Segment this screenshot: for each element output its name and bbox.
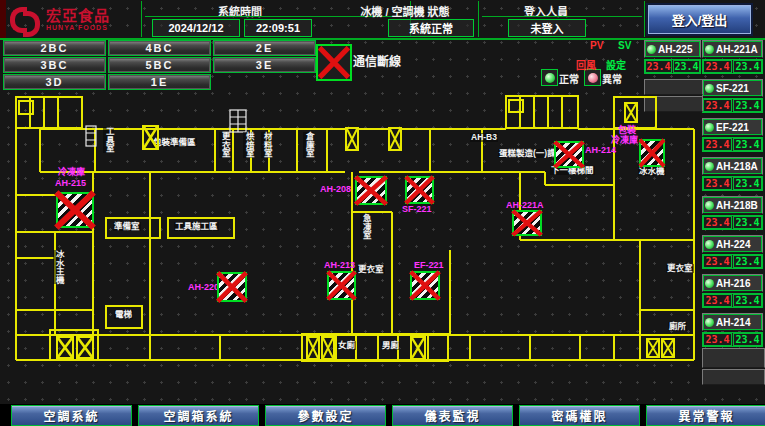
stairwell-icon (142, 125, 159, 150)
divider (482, 16, 642, 17)
room-label: 女廁 (337, 341, 356, 350)
divider (478, 1, 479, 37)
stairwell-icon (661, 338, 675, 358)
system-time-value: 22:09:51 (244, 19, 312, 37)
room-label: 冰水機 (638, 167, 666, 176)
unit-panel-ah-224[interactable]: AH-22423.423.4 (702, 235, 763, 269)
floor-button-3e[interactable]: 3E (213, 57, 316, 73)
unit-panel-ah-216[interactable]: AH-21623.423.4 (702, 274, 763, 308)
normal-legend-label: 正常 (559, 71, 579, 86)
room-label: 更衣室 (357, 265, 385, 274)
stairwell-icon (345, 127, 359, 151)
bottom-nav-bar: 空調系統空調箱系統參數設定儀表監視密碼權限異常警報 (0, 404, 765, 426)
unit-name-row: AH-218B (702, 196, 763, 214)
brand-name: 宏亞食品 (46, 8, 110, 24)
unit-panel-sf-221[interactable]: SF-22123.423.4 (702, 79, 763, 113)
pv-value: 23.4 (703, 333, 732, 346)
status-led-icon (705, 240, 714, 249)
nav-button-5[interactable]: 密碼權限 (519, 405, 640, 426)
ahu-tag-label: AH-220 (188, 283, 219, 292)
unit-name-row: AH-218A (702, 157, 763, 175)
ahu-comm-loss-icon[interactable] (639, 139, 665, 167)
hmi-screen: 宏亞食品 HUNYA FOODS 系統時間 2024/12/12 22:09:5… (0, 0, 765, 426)
ahu-tag-label: AH-213 (324, 261, 355, 270)
setpoint-header: 設定 (606, 57, 626, 72)
unit-panel-ah-221a[interactable]: AH-221A23.423.4 (702, 40, 763, 74)
hunya-logo-icon (8, 5, 42, 35)
nav-button-4[interactable]: 儀表監視 (392, 405, 513, 426)
stairwell-icon (624, 102, 638, 123)
room-label: 工具室 (103, 127, 114, 153)
unit-panel-ah-218a[interactable]: AH-218A23.423.4 (702, 157, 763, 191)
room-label: 更衣室 (219, 132, 230, 158)
pv-value: 23.4 (645, 60, 672, 73)
ahu-comm-loss-icon[interactable] (554, 141, 584, 168)
stairwell-icon (76, 336, 94, 359)
pv-value: 23.4 (703, 216, 732, 229)
room-label: 工具施工區 (174, 222, 219, 231)
sv-value: 23.4 (733, 255, 762, 268)
normal-led-icon (541, 69, 558, 86)
floor-button-4bc[interactable]: 4BC (108, 40, 211, 56)
ahu-comm-loss-icon[interactable] (512, 210, 542, 236)
sv-value: 23.4 (733, 216, 762, 229)
sv-header: SV (618, 40, 631, 51)
floor-button-3bc[interactable]: 3BC (3, 57, 106, 73)
stairwell-icon (306, 336, 320, 360)
unit-values-row: 23.423.4 (702, 176, 763, 191)
ahu-comm-loss-icon[interactable] (56, 192, 94, 228)
left-edge-cap (0, 0, 6, 38)
unit-values-row: 23.423.4 (702, 293, 763, 308)
unit-panel-ef-221[interactable]: EF-22123.423.4 (702, 118, 763, 152)
unit-name-row: SF-221 (702, 79, 763, 97)
nav-button-1[interactable]: 空調系統 (11, 405, 132, 426)
nav-button-6[interactable]: 異常警報 (646, 405, 765, 426)
ahu-tag-label: 冷凍庫 (58, 168, 85, 177)
room-label: 男廁 (381, 341, 400, 350)
room-label: 急凍室 (360, 214, 371, 240)
sv-value: 23.4 (733, 294, 762, 307)
status-led-icon (705, 279, 714, 288)
nav-button-2[interactable]: 空調箱系統 (138, 405, 259, 426)
unit-panel-ah-225[interactable]: AH-22523.423.4 (644, 40, 701, 74)
ahu-comm-loss-icon[interactable] (355, 176, 387, 205)
unit-name-row: AH-221A (702, 40, 763, 58)
unit-panel-ah-218b[interactable]: AH-218B23.423.4 (702, 196, 763, 230)
ahu-comm-loss-icon[interactable] (327, 271, 356, 300)
floor-button-2e[interactable]: 2E (213, 40, 316, 56)
status-led-icon (705, 201, 714, 210)
stairwell-icon (56, 336, 74, 359)
ahu-comm-loss-icon[interactable] (405, 176, 434, 204)
status-led-icon (705, 84, 714, 93)
unit-name-row: AH-214 (702, 313, 763, 331)
room-label: 電梯 (114, 310, 133, 319)
status-led-icon (705, 318, 714, 327)
room-label: 蛋糕製造(一)課 (498, 149, 557, 158)
floor-button-2bc[interactable]: 2BC (3, 40, 106, 56)
unit-name: AH-221A (716, 44, 758, 55)
ahu-tag-label: AH-214 (585, 146, 616, 155)
return-air-header: 回風 (576, 57, 596, 72)
unit-name: AH-225 (658, 44, 692, 55)
unit-panel-ah-214[interactable]: AH-21423.423.4 (702, 313, 763, 347)
login-logout-button[interactable]: 登入/登出 (648, 5, 751, 34)
login-user-value: 未登入 (508, 19, 586, 37)
pv-value: 23.4 (703, 138, 732, 151)
sv-value: 23.4 (733, 177, 762, 190)
nav-button-3[interactable]: 參數設定 (265, 405, 386, 426)
pv-value: 23.4 (703, 177, 732, 190)
ahu-comm-loss-icon[interactable] (217, 272, 247, 302)
status-led-icon (705, 45, 714, 54)
empty-status-panel (702, 348, 765, 368)
ahu-comm-loss-icon[interactable] (410, 271, 440, 300)
stairwell-icon (321, 336, 335, 360)
room-label: 倉庫室 (303, 132, 314, 158)
floor-button-1e[interactable]: 1E (108, 74, 211, 90)
floor-button-5bc[interactable]: 5BC (108, 57, 211, 73)
pv-value: 23.4 (703, 255, 732, 268)
floor-button-3d[interactable]: 3D (3, 74, 106, 90)
unit-name: AH-214 (716, 317, 750, 328)
sv-value: 23.4 (733, 333, 762, 346)
unit-values-row: 23.423.4 (702, 215, 763, 230)
status-led-icon (647, 45, 656, 54)
